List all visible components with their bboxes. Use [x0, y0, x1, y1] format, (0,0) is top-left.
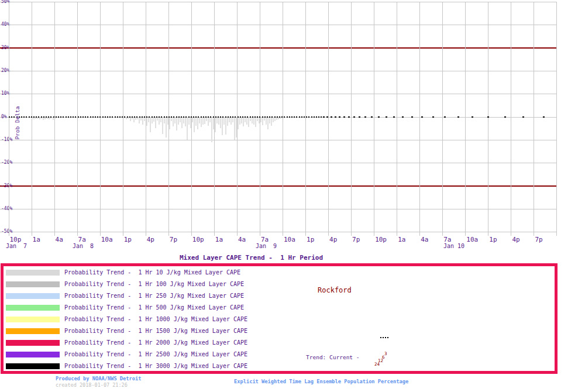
probability-bar — [153, 118, 154, 122]
current-marker-dot — [387, 337, 388, 338]
probability-bar — [183, 118, 184, 123]
legend-color-swatch — [6, 340, 60, 346]
legend-item-label: Probability Trend - 1 Hr 2000 J/kg Mixed… — [64, 340, 247, 346]
probability-bar — [229, 118, 230, 122]
probability-bar — [152, 118, 153, 123]
probability-bar — [192, 118, 193, 122]
footer-created-timestamp: created 2018-01-07 21:26 — [56, 382, 128, 388]
x-tick-label: 4a — [238, 236, 246, 243]
x-tick-label: 1a — [398, 236, 405, 243]
probability-bar — [239, 118, 240, 125]
zero-line-dash — [386, 116, 387, 118]
probability-bar — [241, 118, 242, 123]
zero-line-dash — [331, 116, 332, 118]
probability-bar — [39, 118, 40, 119]
v-gridline — [419, 2, 420, 236]
x-tick-label: 7p — [170, 236, 177, 243]
probability-bar — [218, 118, 219, 125]
x-tick-label: 7p — [352, 236, 360, 243]
probability-bar — [47, 118, 48, 119]
probability-bar — [259, 118, 260, 123]
legend-color-swatch — [6, 305, 60, 311]
probability-bar — [262, 118, 263, 125]
probability-bar — [139, 118, 140, 123]
probability-bar — [230, 118, 232, 125]
probability-bar — [278, 118, 279, 119]
h-gridline — [0, 2, 556, 2]
zero-line-dash — [522, 116, 524, 118]
zero-line-dash — [326, 116, 328, 118]
legend-item-label: Probability Trend - 1 Hr 2500 J/kg Mixed… — [64, 352, 247, 357]
legend-color-swatch — [6, 270, 60, 276]
probability-bar — [223, 118, 225, 125]
probability-bar — [185, 118, 186, 126]
probability-bar — [220, 118, 221, 128]
y-tick-label: -50% — [1, 229, 12, 234]
probability-bar — [180, 118, 181, 122]
h-gridline — [0, 140, 556, 140]
probability-bar — [169, 118, 170, 129]
zero-line-dash — [359, 116, 360, 118]
current-marker-dot — [383, 337, 384, 338]
y-tick-label: 0% — [1, 115, 7, 119]
x-tick-label: 4a — [421, 236, 428, 243]
x-date-label: Jan 7 — [6, 243, 27, 249]
reference-line-30 — [0, 47, 556, 49]
probability-bar — [273, 118, 274, 122]
v-gridline — [556, 2, 557, 236]
probability-bar — [50, 118, 51, 119]
probability-bar — [202, 118, 204, 125]
reference-line--30 — [0, 185, 556, 187]
probability-bar — [222, 118, 223, 135]
legend-item: Probability Trend - 1 Hr 2500 J/kg Mixed… — [4, 352, 555, 359]
probability-bar — [126, 118, 127, 119]
legend-item-label: Probability Trend - 1 Hr 250 J/kg Mixed … — [64, 293, 244, 299]
probability-bar — [276, 118, 277, 120]
probability-bar — [187, 118, 188, 140]
v-gridline — [397, 2, 397, 236]
legend-item-label: Probability Trend - 1 Hr 1500 J/kg Mixed… — [64, 328, 247, 334]
h-gridline — [0, 232, 556, 232]
probability-bar — [43, 118, 44, 120]
legend-item-label: Probability Trend - 1 Hr 100 J/kg Mixed … — [64, 281, 244, 287]
probability-bar — [176, 118, 177, 130]
zero-line-dash — [348, 116, 350, 118]
v-gridline — [511, 2, 511, 236]
probability-bar — [209, 118, 211, 122]
probability-bar — [41, 118, 42, 119]
chart-title: Mixed Layer CAPE Trend - 1 Hr Period — [180, 254, 323, 262]
probability-bar — [252, 118, 253, 123]
probability-bar — [194, 118, 195, 132]
v-gridline — [442, 2, 443, 236]
zero-line-dash — [444, 116, 446, 118]
zero-line-dash — [432, 116, 434, 118]
probability-bar — [236, 118, 237, 137]
probability-bar — [162, 118, 163, 134]
probability-bar — [53, 118, 54, 120]
legend-color-swatch — [6, 293, 60, 299]
v-gridline — [54, 2, 55, 236]
probability-bar — [33, 118, 35, 119]
probability-bar — [206, 118, 207, 121]
probability-bar — [271, 118, 272, 126]
legend-item: Probability Trend - 1 Hr 100 J/kg Mixed … — [4, 281, 555, 288]
probability-bar — [157, 118, 158, 121]
probability-bar — [137, 118, 138, 119]
x-date-label: Jan 8 — [73, 243, 94, 249]
probability-bar — [260, 118, 261, 122]
probability-bar — [181, 118, 183, 128]
probability-bar — [269, 118, 270, 123]
y-tick-label: -10% — [1, 137, 12, 142]
location-label: Rockford — [318, 286, 352, 294]
probability-bar — [173, 118, 174, 126]
probability-bar — [159, 118, 160, 125]
zero-line-dash — [393, 116, 395, 118]
x-tick-label: 4a — [56, 236, 63, 243]
x-tick-label: 1a — [33, 236, 40, 243]
v-gridline — [305, 2, 306, 236]
legend-item: Probability Trend - 1 Hr 1500 J/kg Mixed… — [4, 328, 555, 335]
legend-item-label: Probability Trend - 1 Hr 500 J/kg Mixed … — [64, 305, 244, 311]
legend-item: Probability Trend - 1 Hr 3000 J/kg Mixed… — [4, 363, 555, 370]
zero-line-dash — [323, 116, 325, 118]
zero-line-dash — [421, 116, 423, 118]
